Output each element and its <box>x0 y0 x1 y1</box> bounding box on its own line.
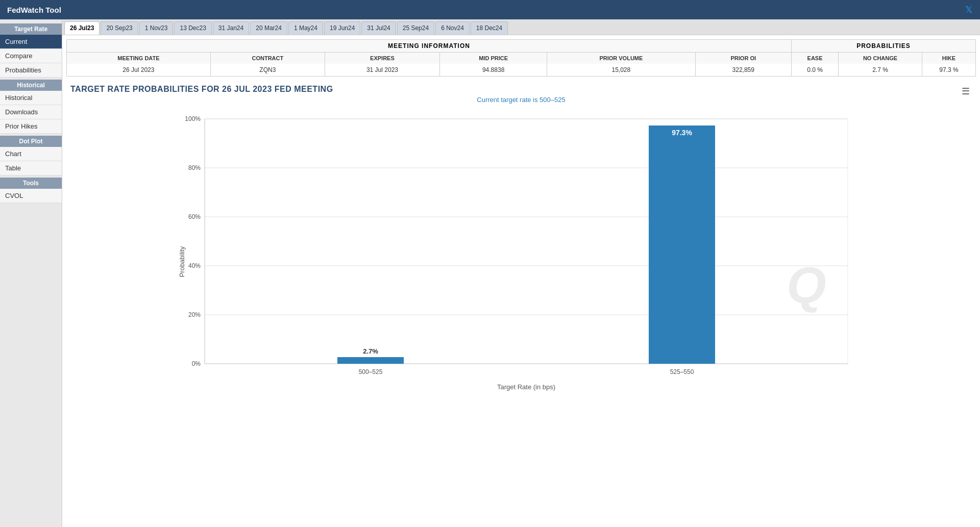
x-label-525-550: 525–550 <box>670 368 694 375</box>
probabilities-row: 0.0 % 2.7 % 97.3 % <box>792 64 975 76</box>
y-axis-title: Probability <box>178 246 186 277</box>
sidebar-item-chart[interactable]: Chart <box>0 147 62 161</box>
tab-31jul24[interactable]: 31 Jul24 <box>361 21 396 35</box>
meeting-info-row: 26 Jul 2023 ZQN3 31 Jul 2023 94.8838 15,… <box>67 64 791 76</box>
tab-25sep24[interactable]: 25 Sep24 <box>397 21 434 35</box>
col-prior-volume: PRIOR VOLUME <box>547 53 695 64</box>
y-label-100: 100% <box>185 115 201 122</box>
tab-1may24[interactable]: 1 May24 <box>288 21 323 35</box>
col-no-change: NO CHANGE <box>839 53 922 64</box>
tab-20sep23[interactable]: 20 Sep23 <box>101 21 138 35</box>
col-expires: EXPIRES <box>325 53 439 64</box>
meeting-info-table: MEETING DATE CONTRACT EXPIRES MID PRICE … <box>67 53 791 76</box>
main-content: 26 Jul23 20 Sep23 1 Nov23 13 Dec23 31 Ja… <box>62 19 980 527</box>
cell-ease: 0.0 % <box>792 64 839 76</box>
sidebar-item-downloads[interactable]: Downloads <box>0 105 62 119</box>
sidebar-item-probabilities[interactable]: Probabilities <box>0 63 62 78</box>
tab-1nov23[interactable]: 1 Nov23 <box>139 21 174 35</box>
sidebar-section-tools: Tools <box>0 178 62 189</box>
chart-subtitle: Current target rate is 500–525 <box>70 96 972 104</box>
app-header: FedWatch Tool 𝕏 <box>0 0 980 19</box>
bar-500-525 <box>337 357 404 364</box>
sidebar-item-table[interactable]: Table <box>0 161 62 175</box>
sidebar-item-cvol[interactable]: CVOL <box>0 189 62 203</box>
col-ease: EASE <box>792 53 839 64</box>
col-mid-price: MID PRICE <box>440 53 547 64</box>
col-hike: HIKE <box>922 53 975 64</box>
cell-no-change: 2.7 % <box>839 64 922 76</box>
cell-mid-price: 94.8838 <box>440 64 547 76</box>
info-section: MEETING INFORMATION MEETING DATE CONTRAC… <box>66 39 976 77</box>
cell-hike: 97.3 % <box>922 64 975 76</box>
bar-label-525-550: 97.3% <box>672 129 692 137</box>
meeting-info-header: MEETING INFORMATION <box>67 40 791 53</box>
chart-section: TARGET RATE PROBABILITIES FOR 26 JUL 202… <box>62 81 980 398</box>
tab-13dec23[interactable]: 13 Dec23 <box>174 21 211 35</box>
sidebar-item-current[interactable]: Current <box>0 35 62 49</box>
tab-20mar24[interactable]: 20 Mar24 <box>250 21 287 35</box>
meeting-info-panel: MEETING INFORMATION MEETING DATE CONTRAC… <box>67 40 792 76</box>
tab-31jan24[interactable]: 31 Jan24 <box>213 21 249 35</box>
x-axis-title: Target Rate (in bps) <box>497 383 555 391</box>
twitter-icon[interactable]: 𝕏 <box>965 4 973 15</box>
probabilities-table: EASE NO CHANGE HIKE 0.0 % 2.7 % 97.3 % <box>792 53 975 76</box>
tab-26jul23[interactable]: 26 Jul23 <box>64 21 100 35</box>
col-meeting-date: MEETING DATE <box>67 53 210 64</box>
sidebar: Target Rate Current Compare Probabilitie… <box>0 19 62 527</box>
sidebar-item-compare[interactable]: Compare <box>0 49 62 63</box>
sidebar-item-historical[interactable]: Historical <box>0 91 62 105</box>
tab-18dec24[interactable]: 18 Dec24 <box>471 21 508 35</box>
cell-prior-volume: 15,028 <box>547 64 695 76</box>
x-label-500-525: 500–525 <box>359 368 383 375</box>
watermark: Q <box>787 256 826 313</box>
cell-expires: 31 Jul 2023 <box>325 64 439 76</box>
y-label-20: 20% <box>188 311 201 318</box>
sidebar-section-historical: Historical <box>0 80 62 91</box>
bar-label-500-525: 2.7% <box>363 347 378 355</box>
bar-chart-svg: Probability 100% 80% 60% 40% 20% 0% <box>70 109 972 394</box>
chart-menu-icon[interactable]: ☰ <box>962 86 970 97</box>
bar-525-550 <box>649 126 715 364</box>
y-label-40: 40% <box>188 262 201 269</box>
probabilities-panel: PROBABILITIES EASE NO CHANGE HIKE 0.0 % … <box>792 40 975 76</box>
y-label-0: 0% <box>192 360 201 367</box>
tab-6nov24[interactable]: 6 Nov24 <box>435 21 470 35</box>
sidebar-section-target-rate: Target Rate <box>0 23 62 35</box>
cell-meeting-date: 26 Jul 2023 <box>67 64 210 76</box>
tab-19jun24[interactable]: 19 Jun24 <box>324 21 360 35</box>
cell-prior-oi: 322,859 <box>695 64 791 76</box>
y-label-60: 60% <box>188 213 201 220</box>
meeting-tabs: 26 Jul23 20 Sep23 1 Nov23 13 Dec23 31 Ja… <box>62 19 980 35</box>
cell-contract: ZQN3 <box>210 64 325 76</box>
probabilities-header: PROBABILITIES <box>792 40 975 53</box>
col-contract: CONTRACT <box>210 53 325 64</box>
sidebar-item-prior-hikes[interactable]: Prior Hikes <box>0 119 62 134</box>
y-label-80: 80% <box>188 164 201 171</box>
svg-rect-0 <box>205 119 848 364</box>
col-prior-oi: PRIOR OI <box>695 53 791 64</box>
sidebar-section-dot-plot: Dot Plot <box>0 136 62 147</box>
app-title: FedWatch Tool <box>7 6 61 14</box>
chart-title: TARGET RATE PROBABILITIES FOR 26 JUL 202… <box>70 85 972 94</box>
main-layout: Target Rate Current Compare Probabilitie… <box>0 19 980 527</box>
